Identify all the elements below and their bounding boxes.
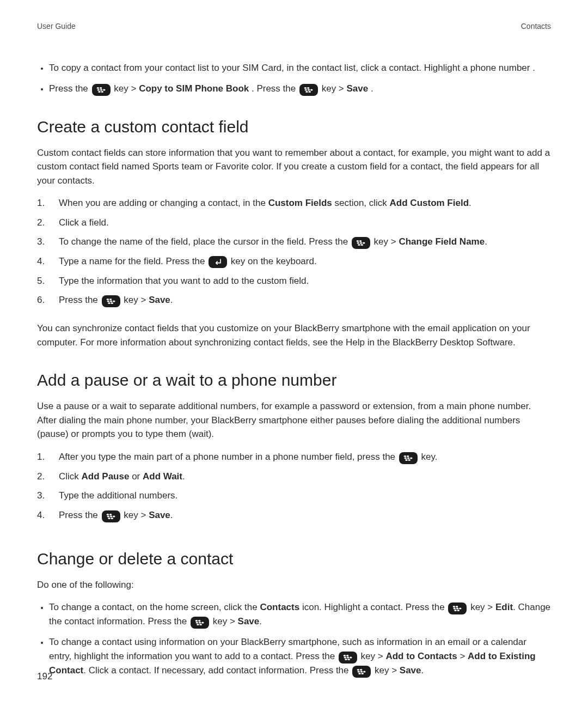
list-item-text: key > [361,651,386,661]
step-body: Click a field. [59,216,551,235]
bold-text: Add to Contacts [385,651,457,661]
svg-point-16 [357,242,359,244]
svg-point-55 [199,624,202,625]
svg-point-47 [455,610,457,611]
list-item: 6. Press the key > Save. [37,293,551,313]
svg-point-41 [111,517,113,519]
svg-point-29 [407,455,409,457]
svg-point-12 [305,90,308,92]
svg-point-54 [197,624,199,625]
step-body: After you type the main part of a phone … [59,450,551,470]
svg-point-53 [201,622,204,623]
step-body: Type the additional numbers. [59,489,551,508]
blackberry-menu-key-icon [191,617,209,629]
svg-point-13 [308,90,311,92]
list-item-text: To copy a contact from your contact list… [49,63,535,73]
step-text: key > [374,236,399,247]
svg-point-60 [350,656,352,658]
svg-point-50 [198,620,201,622]
list-item-text: . [259,616,262,626]
svg-point-35 [106,513,109,515]
svg-point-37 [107,515,109,517]
list-item: To change a contact using information on… [49,635,551,678]
section-heading-create-custom-field: Create a custom contact field [37,118,551,136]
list-item-text: key > [375,665,400,675]
svg-point-66 [360,671,363,672]
svg-point-7 [304,87,307,88]
step-text: . [485,236,487,247]
svg-point-14 [356,240,359,242]
list-item-text: key > [114,83,139,94]
svg-point-5 [98,90,101,92]
list-item: 3. Type the additional numbers. [37,489,551,508]
list-item: To copy a contact from your contact list… [49,61,551,75]
svg-point-48 [457,610,460,611]
running-header-right: Contacts [521,22,551,31]
svg-point-30 [404,457,407,459]
svg-point-57 [346,654,349,656]
svg-point-20 [360,244,363,246]
step-text: Press the [59,510,101,520]
svg-point-49 [195,620,198,622]
svg-point-19 [358,244,360,246]
bold-text: Save [149,295,170,305]
step-body: Press the key > Save. [59,508,551,528]
svg-point-51 [195,622,198,623]
svg-point-31 [407,457,410,459]
svg-point-61 [345,658,347,660]
svg-point-21 [106,299,109,300]
list-item-text: To change a contact, on the home screen,… [49,602,260,612]
svg-point-9 [304,89,307,90]
blackberry-menu-key-icon [339,652,357,664]
list-item-text: Press the [49,83,91,94]
step-number: 4. [37,508,59,528]
step-text: . [182,471,185,482]
list-item: 2. Click Add Pause or Add Wait. [37,470,551,489]
steps-list-create-custom-field: 1. When you are adding or changing a con… [37,196,551,313]
svg-point-64 [360,668,363,670]
page-number: 192 [37,671,52,682]
svg-point-32 [410,457,413,459]
svg-point-58 [344,656,346,658]
step-text: key > [124,295,149,305]
list-item: 4. Type a name for the field. Press the … [37,254,551,274]
svg-point-4 [103,89,106,90]
bold-text: Save [400,665,421,675]
step-number: 3. [37,235,59,254]
svg-point-56 [343,654,346,656]
bold-text: Edit [495,602,513,612]
list-item-text: key > [470,602,495,612]
step-number: 4. [37,254,59,274]
bold-text: Change Field Name [399,236,485,247]
list-item: To change a contact, on the home screen,… [49,600,551,629]
list-item-text: . [371,83,373,94]
svg-point-40 [108,517,111,519]
step-body: To change the name of the field, place t… [59,235,551,254]
step-body: Click Add Pause or Add Wait. [59,470,551,489]
section-paragraph: Use a pause or a wait to separate additi… [37,399,551,441]
svg-point-52 [199,622,201,623]
blackberry-menu-key-icon [352,666,371,678]
svg-point-62 [347,658,350,660]
blackberry-menu-key-icon [299,84,318,96]
svg-point-44 [454,607,456,609]
step-text: . [170,295,173,305]
svg-point-15 [359,240,362,242]
step-text: . [170,510,173,520]
step-text: key on the keyboard. [231,256,317,266]
running-header-left: User Guide [37,22,76,31]
step-body: Press the key > Save. [59,293,551,313]
list-item-text: key > [213,616,238,626]
list-item: 1. When you are adding or changing a con… [37,196,551,216]
change-delete-bullet-list: To change a contact, on the home screen,… [37,600,551,678]
svg-point-67 [363,671,366,672]
svg-point-22 [109,299,112,300]
svg-point-25 [113,300,115,302]
svg-point-34 [408,459,411,460]
step-number: 3. [37,489,59,508]
svg-point-36 [109,513,112,515]
blackberry-menu-key-icon [399,452,418,464]
svg-point-43 [456,606,458,607]
svg-point-26 [108,302,111,304]
steps-list-pause-wait: 1. After you type the main part of a pho… [37,450,551,528]
